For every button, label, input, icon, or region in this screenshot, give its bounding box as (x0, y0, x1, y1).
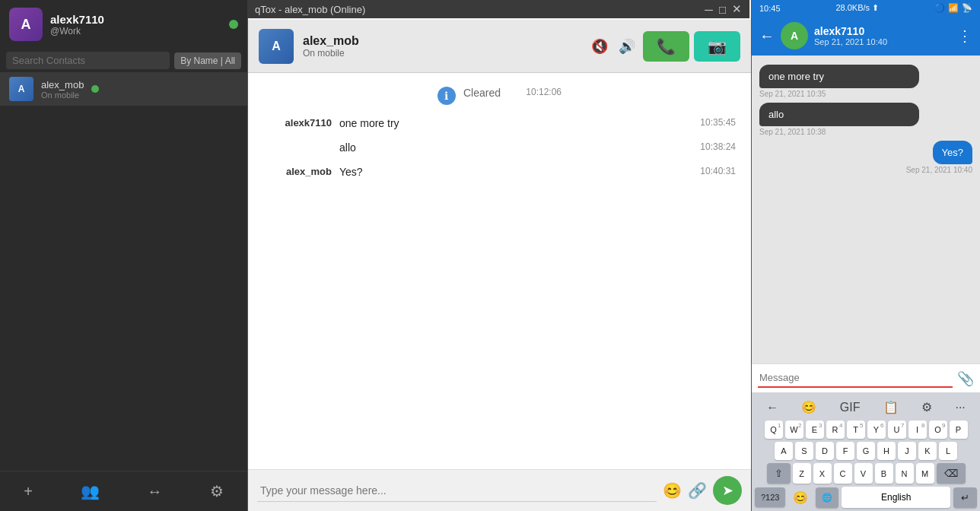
kb-key-H[interactable]: H (877, 442, 896, 460)
contact-online-dot (91, 85, 99, 93)
phone-bubble-sent-2: Yes? (933, 141, 972, 164)
chat-message-input[interactable] (257, 480, 657, 502)
phone-more-button[interactable]: ⋮ (957, 27, 972, 45)
chat-header-actions: 🔇 🔊 📞 📷 (588, 31, 740, 62)
contact-substatus: On mobile (41, 90, 84, 100)
message-time-3: 10:40:31 (682, 166, 736, 176)
message-time-2: 10:38:24 (682, 141, 736, 152)
close-button[interactable]: ✕ (732, 2, 742, 16)
signal-icon: 📡 (962, 3, 972, 13)
contact-avatar: A (9, 77, 33, 101)
kb-more-btn[interactable]: ··· (950, 397, 969, 417)
phone-contact-info: alexk7110 Sep 21, 2021 10:40 (814, 25, 951, 46)
kb-key-A[interactable]: A (775, 442, 793, 460)
kb-key-B[interactable]: B (875, 463, 893, 484)
kb-key-Q[interactable]: Q1 (765, 421, 783, 439)
chat-header-avatar: A (259, 29, 294, 64)
keyboard: ← 😊 GIF 📋 ⚙ ··· Q1 W2 E3 R4 T5 Y6 U7 I8 … (752, 392, 980, 511)
search-bar: By Name | All (0, 49, 247, 72)
kb-key-J[interactable]: J (898, 442, 916, 460)
keyboard-bottom-row: ?123 😊 🌐 English ↵ (755, 487, 977, 508)
message-row-3: alex_mob Yes? 10:40:31 (263, 166, 736, 178)
keyboard-row-2: A S D F G H J K L (755, 442, 977, 460)
kb-back-btn[interactable]: ← (762, 397, 783, 417)
kb-key-P[interactable]: P (950, 421, 968, 439)
kb-key-Z[interactable]: Z (793, 463, 811, 484)
phone-message-input[interactable] (758, 369, 953, 388)
kb-key-M[interactable]: M (916, 463, 934, 484)
kb-key-W[interactable]: W2 (785, 421, 803, 439)
message-time-1: 10:35:45 (682, 117, 736, 128)
attach-button[interactable]: 🔗 (688, 481, 707, 500)
call-button[interactable]: 📞 (643, 31, 689, 62)
kb-key-G[interactable]: G (857, 442, 875, 460)
phone-attach-button[interactable]: 📎 (957, 370, 974, 387)
kb-key-K[interactable]: K (918, 442, 937, 460)
kb-delete-btn[interactable]: ⌫ (937, 463, 966, 484)
group-button[interactable]: 👥 (73, 479, 107, 503)
contact-item[interactable]: A alex_mob On mobile (0, 72, 247, 106)
keyboard-top-row: ← 😊 GIF 📋 ⚙ ··· (755, 397, 977, 417)
phone-time: 10:45 (759, 4, 781, 13)
chat-contact-status: On mobile (303, 48, 579, 59)
kb-key-C[interactable]: C (834, 463, 852, 484)
info-icon: ℹ (438, 87, 456, 105)
kb-key-N[interactable]: N (896, 463, 914, 484)
message-row-system: ℹ Cleared 10:12:06 (263, 87, 736, 105)
titlebar-controls: ─ □ ✕ (705, 2, 742, 16)
contact-info: alex_mob On mobile (41, 79, 84, 100)
phone-back-button[interactable]: ← (759, 27, 775, 45)
kb-key-L[interactable]: L (939, 442, 957, 460)
kb-settings-btn[interactable]: ⚙ (917, 397, 937, 417)
message-text-2: allo (339, 141, 675, 154)
search-input[interactable] (12, 55, 164, 66)
phone-message-1: allo Sep 21, 2021 10:38 (759, 103, 972, 136)
contacts-list: A alex_mob On mobile (0, 72, 247, 471)
minimize-button[interactable]: ─ (705, 2, 713, 16)
maximize-button[interactable]: □ (719, 2, 726, 16)
messages-list: ℹ Cleared 10:12:06 alexk7110 one more tr… (248, 73, 751, 469)
message-text-1: one more try (339, 117, 675, 129)
search-input-wrap[interactable] (6, 52, 170, 69)
kb-key-D[interactable]: D (816, 442, 834, 460)
online-indicator (229, 20, 238, 29)
kb-enter-btn[interactable]: ↵ (953, 487, 977, 508)
add-contact-button[interactable]: + (16, 480, 40, 503)
settings-button[interactable]: ⚙ (202, 479, 231, 503)
send-button[interactable]: ➤ (713, 476, 742, 505)
mute-button[interactable]: 🔇 (588, 35, 611, 58)
kb-key-X[interactable]: X (813, 463, 832, 484)
kb-key-E[interactable]: E3 (806, 421, 824, 439)
kb-key-Y[interactable]: Y6 (867, 421, 886, 439)
kb-num-btn[interactable]: ?123 (755, 487, 785, 507)
phone-bubble-received-1: allo (759, 103, 919, 126)
kb-emoji-btn[interactable]: 😊 (797, 397, 821, 417)
kb-clipboard-btn[interactable]: 📋 (879, 397, 903, 417)
kb-lang-btn[interactable]: 🌐 (816, 487, 838, 508)
kb-key-T[interactable]: T5 (847, 421, 865, 439)
bottom-toolbar: + 👥 ↔ ⚙ (0, 471, 247, 511)
kb-shift-btn[interactable]: ⇧ (767, 463, 791, 484)
kb-key-F[interactable]: F (836, 442, 854, 460)
kb-key-R[interactable]: R4 (826, 421, 845, 439)
video-button[interactable]: 📷 (694, 31, 740, 62)
kb-space-btn[interactable]: English (842, 487, 950, 508)
kb-key-S[interactable]: S (795, 442, 813, 460)
kb-key-V[interactable]: V (854, 463, 873, 484)
volume-button[interactable]: 🔊 (616, 35, 638, 58)
transfer-button[interactable]: ↔ (139, 480, 170, 503)
profile-status: @Work (50, 26, 221, 36)
phone-status-bar: 10:45 28.0KB/s ⬆ 🔵 📶 📡 (752, 0, 980, 16)
kb-gif-btn[interactable]: GIF (835, 397, 865, 417)
kb-emoji2-btn[interactable]: 😊 (788, 487, 813, 508)
kb-key-O[interactable]: O9 (929, 421, 947, 439)
emoji-button[interactable]: 😊 (663, 481, 682, 500)
keyboard-row-3: ⇧ Z X C V B N M ⌫ (755, 463, 977, 484)
titlebar: qTox - alex_mob (Online) ─ □ ✕ (247, 0, 749, 18)
chat-header: A alex_mob On mobile 🔇 🔊 📞 📷 (248, 20, 751, 73)
phone-panel: 10:45 28.0KB/s ⬆ 🔵 📶 📡 ← A alexk7110 Sep… (752, 0, 980, 511)
kb-key-I[interactable]: I8 (908, 421, 927, 439)
chat-input-bar: 😊 🔗 ➤ (248, 469, 751, 511)
sort-button[interactable]: By Name | All (174, 52, 241, 69)
kb-key-U[interactable]: U7 (888, 421, 906, 439)
